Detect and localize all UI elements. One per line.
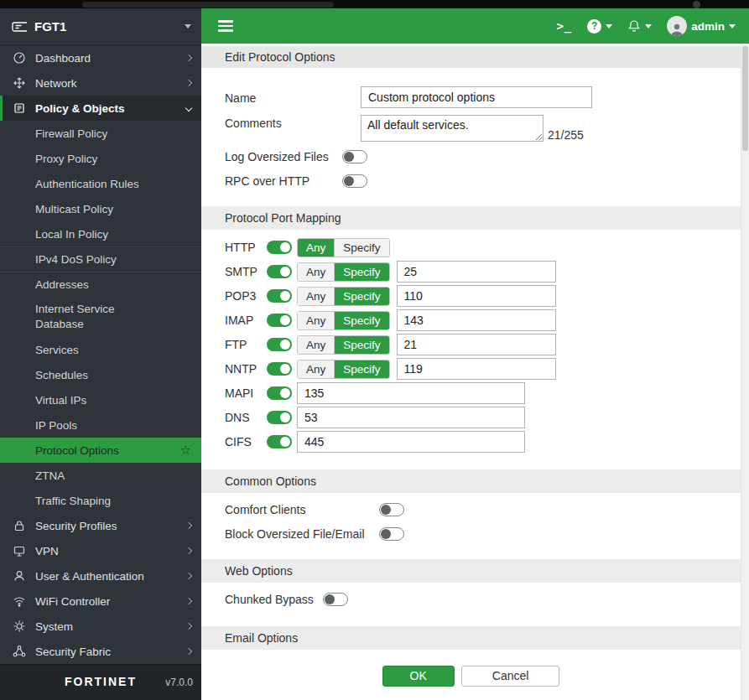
sidebar-item-schedules[interactable]: Schedules <box>0 362 201 387</box>
specify-button[interactable]: Specify <box>334 239 388 257</box>
specify-button[interactable]: Specify <box>334 263 388 281</box>
sidebar-item-security-profiles[interactable]: Security Profiles <box>0 513 201 538</box>
protocol-row-pop3: POP3 Any Specify <box>225 285 749 307</box>
sidebar-item-internet-service-database[interactable]: Internet Service Database <box>0 297 201 337</box>
chevron-right-icon <box>185 547 192 554</box>
sidebar-item-user-authentication[interactable]: User & Authentication <box>0 563 201 589</box>
dashboard-icon <box>12 51 27 65</box>
sidebar-item-vpn[interactable]: VPN <box>0 538 201 563</box>
sidebar-item-ztna[interactable]: ZTNA <box>0 463 201 488</box>
sidebar-item-label: Network <box>35 77 77 90</box>
sidebar-item-system[interactable]: System <box>0 614 201 639</box>
sidebar-item-policy-objects[interactable]: Policy & Objects <box>0 96 201 121</box>
network-icon <box>12 76 27 90</box>
specify-button[interactable]: Specify <box>334 288 388 305</box>
chunked-bypass-row: Chunked Bypass <box>201 583 749 608</box>
mapi-toggle[interactable] <box>267 386 292 400</box>
specify-button[interactable]: Specify <box>334 360 388 378</box>
any-button[interactable]: Any <box>298 288 334 305</box>
general-form: Name Comments All default services. 21/2… <box>201 68 749 142</box>
sidebar-item-traffic-shaping[interactable]: Traffic Shaping <box>0 488 201 513</box>
comfort-clients-toggle[interactable] <box>379 503 404 516</box>
nntp-toggle[interactable] <box>267 362 292 376</box>
http-port-mode: Any Specify <box>297 238 390 257</box>
pop3-toggle[interactable] <box>267 289 292 303</box>
sidebar-item-local-in-policy[interactable]: Local In Policy <box>0 221 201 246</box>
imap-toggle[interactable] <box>267 314 292 327</box>
protocol-label: FTP <box>225 338 267 351</box>
cifs-toggle[interactable] <box>267 435 292 449</box>
nntp-port-mode: Any Specify <box>297 360 390 379</box>
protocol-port-mapping-rows: HTTP Any Specify SMTP Any Specify <box>201 230 749 453</box>
admin-menu[interactable]: admin <box>667 16 736 36</box>
any-button[interactable]: Any <box>298 336 334 354</box>
nntp-port-input[interactable] <box>397 358 556 380</box>
sidebar-item-label: Proxy Policy <box>35 153 97 165</box>
any-button[interactable]: Any <box>298 263 334 281</box>
sidebar-item-firewall-policy[interactable]: Firewall Policy <box>0 121 201 146</box>
cli-console-icon[interactable]: >_ <box>556 19 572 33</box>
help-menu[interactable]: ? <box>587 19 612 34</box>
sidebar-item-virtual-ips[interactable]: Virtual IPs <box>0 387 201 412</box>
comfort-clients-row: Comfort Clients <box>201 493 749 518</box>
scrollbar-thumb[interactable] <box>742 46 748 151</box>
sidebar-item-authentication-rules[interactable]: Authentication Rules <box>0 171 201 196</box>
pop3-port-mode: Any Specify <box>297 287 390 306</box>
smtp-port-input[interactable] <box>397 261 556 283</box>
protocol-row-cifs: CIFS <box>225 431 749 453</box>
sidebar-item-multicast-policy[interactable]: Multicast Policy <box>0 196 201 221</box>
chevron-down-icon <box>185 24 191 29</box>
sidebar-item-ipv4-dos-policy[interactable]: IPv4 DoS Policy <box>0 246 201 272</box>
sidebar-item-protocol-options[interactable]: Protocol Options ☆ <box>0 438 201 463</box>
any-button[interactable]: Any <box>298 312 334 329</box>
sidebar-footer: FORTINET v7.0.0 <box>0 664 201 700</box>
dns-toggle[interactable] <box>267 411 292 424</box>
hamburger-menu-icon[interactable] <box>218 20 233 32</box>
name-input[interactable] <box>361 86 592 108</box>
ftp-port-mode: Any Specify <box>297 335 390 355</box>
http-toggle[interactable] <box>267 241 292 254</box>
sidebar-item-dashboard[interactable]: Dashboard <box>0 45 201 70</box>
rpc-over-http-toggle[interactable] <box>342 174 367 188</box>
smtp-port-mode: Any Specify <box>297 262 390 282</box>
fortigate-device-icon <box>12 20 27 34</box>
sidebar-item-proxy-policy[interactable]: Proxy Policy <box>0 146 201 171</box>
sidebar-item-label: Firewall Policy <box>35 127 107 140</box>
sidebar-item-ip-pools[interactable]: IP Pools <box>0 412 201 438</box>
page-title: Edit Protocol Options <box>201 46 741 68</box>
sidebar-item-wifi-controller[interactable]: WiFi Controller <box>0 589 201 614</box>
specify-button[interactable]: Specify <box>334 312 388 329</box>
cifs-port-input[interactable] <box>297 431 525 453</box>
sidebar-item-label: Security Profiles <box>35 520 117 532</box>
vertical-scrollbar[interactable] <box>741 44 749 700</box>
cancel-button[interactable]: Cancel <box>461 666 560 687</box>
pop3-port-input[interactable] <box>397 285 556 307</box>
imap-port-input[interactable] <box>397 309 556 331</box>
block-oversized-toggle[interactable] <box>379 527 404 541</box>
notifications-menu[interactable] <box>627 19 652 33</box>
dns-port-input[interactable] <box>297 407 525 428</box>
sidebar-item-security-fabric[interactable]: Security Fabric <box>0 639 201 664</box>
comments-input[interactable]: All default services. <box>361 115 544 142</box>
sidebar-item-label: Protocol Options <box>35 444 119 457</box>
ok-button[interactable]: OK <box>382 666 455 687</box>
any-button[interactable]: Any <box>298 360 334 378</box>
protocol-label: HTTP <box>225 241 267 254</box>
protocol-row-dns: DNS <box>225 407 749 428</box>
favorite-star-icon[interactable]: ☆ <box>180 443 191 458</box>
ftp-toggle[interactable] <box>267 338 292 351</box>
sidebar-item-network[interactable]: Network <box>0 70 201 96</box>
mapi-port-input[interactable] <box>297 382 525 404</box>
device-selector[interactable]: FGT1 <box>0 8 201 45</box>
sidebar-item-addresses[interactable]: Addresses <box>0 272 201 297</box>
log-oversized-toggle[interactable] <box>342 150 367 163</box>
chunked-bypass-toggle[interactable] <box>323 593 348 606</box>
smtp-toggle[interactable] <box>267 265 292 278</box>
protocol-label: CIFS <box>225 435 267 449</box>
specify-button[interactable]: Specify <box>334 336 388 354</box>
sidebar-item-label: WiFi Controller <box>35 595 110 608</box>
any-button[interactable]: Any <box>298 239 334 257</box>
ftp-port-input[interactable] <box>397 334 556 355</box>
sidebar-item-label: VPN <box>35 545 59 557</box>
sidebar-item-services[interactable]: Services <box>0 337 201 362</box>
